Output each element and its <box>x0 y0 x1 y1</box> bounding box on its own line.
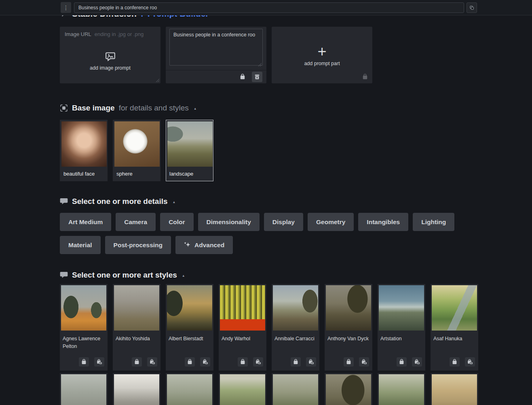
style-thumb <box>61 374 106 405</box>
style-thumb <box>432 374 477 405</box>
topbar-prompt-input[interactable] <box>74 2 464 13</box>
image-bubble-icon <box>105 52 116 61</box>
style-card-footer <box>325 355 372 371</box>
style-thumb <box>379 374 424 405</box>
base-image-heading: Base image for details and styles ▲ <box>60 104 479 112</box>
collapse-icon[interactable]: ▲ <box>193 106 198 110</box>
add-image-prompt-label: add image prompt <box>90 65 131 71</box>
style-card[interactable]: Anthony Van Dyck <box>325 284 372 371</box>
style-thumb <box>114 285 159 331</box>
add-style-with-image-icon[interactable] <box>359 357 369 367</box>
style-card[interactable]: Agnes Lawrence Pelton <box>60 284 108 371</box>
details-heading: Select one or more details ▲ <box>60 197 479 206</box>
base-image-thumb <box>167 121 213 167</box>
add-style-bag-icon[interactable] <box>238 357 248 367</box>
style-card[interactable]: Artstation <box>378 284 425 371</box>
base-image-list: beautiful face sphere landscape <box>60 120 479 181</box>
add-style-with-image-icon[interactable] <box>465 357 475 367</box>
text-prompt-footer <box>166 70 266 83</box>
style-card[interactable] <box>219 373 266 405</box>
add-style-bag-icon[interactable] <box>79 357 89 367</box>
plus-icon: + <box>317 44 326 59</box>
style-thumb <box>273 374 318 405</box>
style-card[interactable]: Andy Warhol <box>219 284 266 371</box>
advanced-button[interactable]: Advanced <box>175 236 233 254</box>
style-name: Anthony Van Dyck <box>325 332 372 355</box>
detail-button-intangibles[interactable]: Intangibles <box>358 213 408 231</box>
detail-button-geometry[interactable]: Geometry <box>308 213 354 231</box>
image-url-label: Image URL <box>65 31 91 37</box>
style-card[interactable] <box>113 373 160 405</box>
style-card[interactable]: Annibale Carracci <box>272 284 319 371</box>
base-image-card[interactable]: beautiful face <box>60 120 108 181</box>
base-image-title: Base image <box>72 104 115 112</box>
art-styles-title: Select one or more art styles <box>72 271 177 280</box>
save-to-bag-icon[interactable] <box>237 72 248 82</box>
add-style-bag-icon[interactable] <box>185 357 195 367</box>
copy-icon[interactable] <box>467 2 477 13</box>
style-card-grid: Agnes Lawrence Pelton Akihito Yoshida <box>60 284 479 405</box>
style-thumb <box>273 285 318 331</box>
style-thumb <box>114 374 159 405</box>
detail-button-post-processing[interactable]: Post-processing <box>105 236 171 254</box>
text-prompt-card: Business people in a conference roo <box>166 27 266 83</box>
style-card[interactable] <box>325 373 372 405</box>
base-image-card[interactable]: landscape <box>166 120 213 181</box>
style-card[interactable]: Albert Bierstadt <box>166 284 213 371</box>
prompt-textarea[interactable]: Business people in a conference roo <box>169 29 263 66</box>
detail-button-display[interactable]: Display <box>264 213 303 231</box>
collapse-icon[interactable]: ▲ <box>172 199 177 204</box>
detail-button-dimensionality[interactable]: Dimensionality <box>198 213 260 231</box>
delete-prompt-part-icon[interactable] <box>252 72 262 82</box>
style-card-footer <box>219 355 266 371</box>
prompt-parts-row: Image URL add image prompt Business peop… <box>60 27 479 83</box>
add-style-with-image-icon[interactable] <box>147 357 157 367</box>
chat-bubble-icon <box>60 197 68 206</box>
image-url-input[interactable] <box>94 31 167 38</box>
style-card[interactable] <box>431 373 478 405</box>
add-style-bag-icon[interactable] <box>291 357 301 367</box>
detail-button-art-medium[interactable]: Art Medium <box>60 213 111 231</box>
detail-button-material[interactable]: Material <box>60 236 101 254</box>
style-name: Andy Warhol <box>219 332 266 355</box>
style-card-footer <box>431 355 478 371</box>
add-style-with-image-icon[interactable] <box>306 357 316 367</box>
add-style-with-image-icon[interactable] <box>412 357 422 367</box>
style-thumb <box>220 374 265 405</box>
style-name: Asaf Hanuka <box>431 332 478 355</box>
base-image-label: sphere <box>113 168 160 181</box>
style-thumb <box>432 285 477 331</box>
base-image-card[interactable]: sphere <box>113 120 160 181</box>
art-styles-heading: Select one or more art styles ▲ <box>60 271 479 280</box>
style-name: Artstation <box>378 332 425 355</box>
style-card[interactable] <box>166 373 213 405</box>
add-image-prompt-button[interactable]: add image prompt <box>63 43 157 79</box>
add-style-bag-icon[interactable] <box>397 357 407 367</box>
add-style-with-image-icon[interactable] <box>94 357 104 367</box>
style-card-footer <box>60 355 108 371</box>
detail-button-camera[interactable]: Camera <box>116 213 156 231</box>
add-style-bag-icon[interactable] <box>344 357 354 367</box>
style-card[interactable] <box>378 373 425 405</box>
style-card[interactable] <box>60 373 108 405</box>
style-card[interactable]: Asaf Hanuka <box>431 284 478 371</box>
style-thumb <box>326 285 371 331</box>
style-name: Akihito Yoshida <box>113 332 160 355</box>
add-prompt-part-card[interactable]: + add prompt part <box>272 27 372 83</box>
detail-button-lighting[interactable]: Lighting <box>413 213 454 231</box>
add-style-bag-icon[interactable] <box>132 357 142 367</box>
style-thumb <box>326 374 371 405</box>
add-style-with-image-icon[interactable] <box>253 357 263 367</box>
style-thumb <box>167 374 212 405</box>
frame-icon <box>60 104 68 112</box>
style-card-footer <box>272 355 319 371</box>
collapse-icon[interactable]: ▲ <box>181 273 186 278</box>
base-image-thumb <box>114 121 160 167</box>
kebab-menu-button[interactable]: ⋮ <box>61 2 71 13</box>
style-card[interactable] <box>272 373 319 405</box>
add-style-bag-icon[interactable] <box>450 357 460 367</box>
detail-button-color[interactable]: Color <box>160 213 193 231</box>
add-style-with-image-icon[interactable] <box>200 357 210 367</box>
style-card[interactable]: Akihito Yoshida <box>113 284 160 371</box>
style-card-footer <box>113 355 160 371</box>
